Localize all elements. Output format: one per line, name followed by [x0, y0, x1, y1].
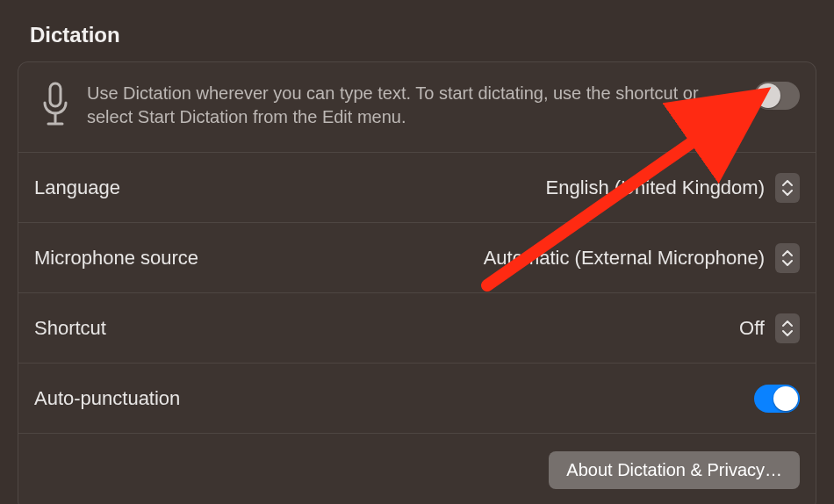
language-stepper[interactable] — [775, 173, 800, 203]
svg-rect-0 — [50, 83, 61, 106]
microphone-source-label: Microphone source — [34, 247, 198, 270]
dictation-settings-panel: Use Dictation wherever you can type text… — [18, 61, 816, 504]
page-title: Dictation — [30, 23, 816, 47]
language-row: Language English (United Kingdom) — [18, 153, 816, 223]
auto-punctuation-label: Auto-punctuation — [34, 387, 180, 410]
auto-punctuation-toggle[interactable] — [754, 385, 800, 413]
dictation-toggle[interactable] — [754, 82, 800, 110]
language-label: Language — [34, 176, 120, 199]
language-value: English (United Kingdom) — [546, 176, 765, 199]
shortcut-label: Shortcut — [34, 317, 106, 340]
footer-row: About Dictation & Privacy… — [18, 434, 816, 504]
shortcut-value: Off — [739, 317, 765, 340]
shortcut-stepper[interactable] — [775, 313, 800, 343]
auto-punctuation-row: Auto-punctuation — [18, 364, 816, 434]
microphone-source-stepper[interactable] — [775, 243, 800, 273]
shortcut-row: Shortcut Off — [18, 293, 816, 364]
dictation-intro-row: Use Dictation wherever you can type text… — [18, 62, 816, 153]
microphone-icon — [34, 82, 76, 127]
about-dictation-privacy-button[interactable]: About Dictation & Privacy… — [549, 451, 800, 489]
microphone-source-row: Microphone source Automatic (External Mi… — [18, 223, 816, 293]
microphone-source-value: Automatic (External Microphone) — [484, 247, 765, 270]
dictation-intro-text: Use Dictation wherever you can type text… — [87, 82, 754, 129]
